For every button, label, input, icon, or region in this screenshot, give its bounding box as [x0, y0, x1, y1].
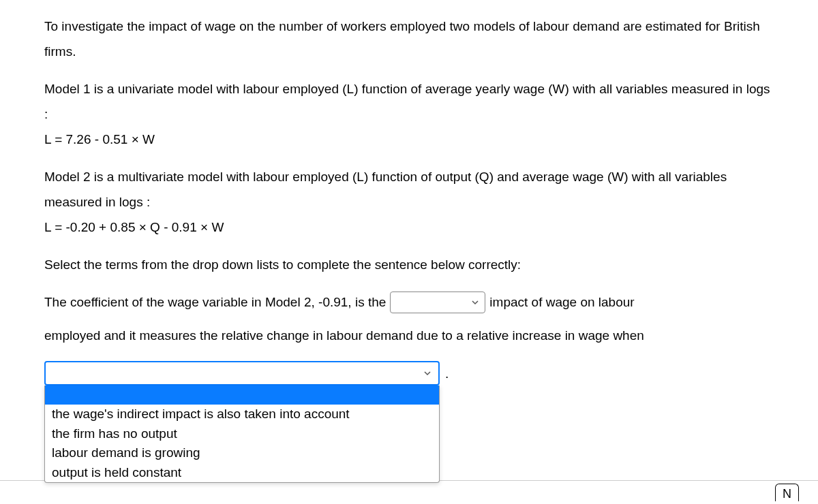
instruction-text: Select the terms from the drop down list…	[44, 252, 774, 277]
dropdown-option[interactable]: output is held constant	[45, 463, 439, 483]
dropdown-condition-options: the wage's indirect impact is also taken…	[44, 385, 440, 483]
chevron-down-icon	[423, 369, 431, 377]
model1-equation: L = 7.26 - 0.51 × W	[44, 127, 774, 152]
sentence-period: .	[445, 361, 449, 386]
dropdown-option[interactable]: the wage's indirect impact is also taken…	[45, 405, 439, 424]
dropdown-option-blank[interactable]	[45, 385, 439, 405]
model1-description: Model 1 is a univariate model with labou…	[44, 76, 774, 127]
model2-equation: L = -0.20 + 0.85 × Q - 0.91 × W	[44, 215, 774, 240]
next-button[interactable]: N	[775, 484, 799, 501]
model2-description: Model 2 is a multivariate model with lab…	[44, 164, 774, 215]
dropdown-condition[interactable]	[44, 361, 440, 385]
chevron-down-icon	[471, 298, 479, 306]
sentence-part-2: impact of wage on labour	[489, 289, 634, 315]
sentence-part-3: employed and it measures the relative ch…	[44, 323, 774, 348]
next-button-label: N	[783, 487, 791, 501]
dropdown-option[interactable]: labour demand is growing	[45, 443, 439, 463]
dropdown-option[interactable]: the firm has no output	[45, 424, 439, 444]
sentence-part-1: The coefficient of the wage variable in …	[44, 289, 386, 315]
intro-paragraph: To investigate the impact of wage on the…	[44, 14, 774, 64]
dropdown-impact-type[interactable]	[390, 292, 485, 313]
question-body: To investigate the impact of wage on the…	[0, 0, 818, 386]
